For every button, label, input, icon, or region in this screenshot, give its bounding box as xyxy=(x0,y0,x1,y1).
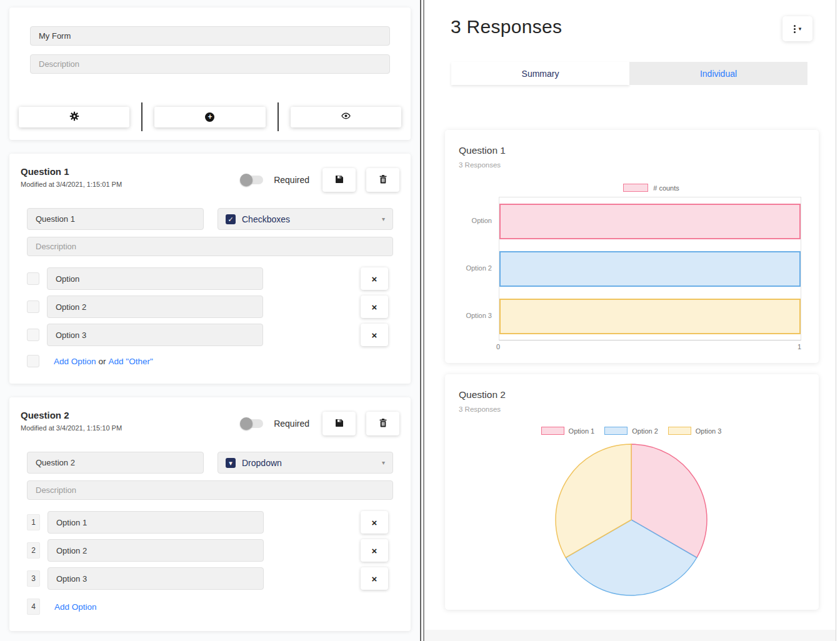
option-input[interactable] xyxy=(48,567,264,590)
option-row: 2 × xyxy=(27,539,393,562)
remove-option-button[interactable]: × xyxy=(361,539,388,562)
question-type-label: Dropdown xyxy=(242,458,376,468)
question-title-input[interactable] xyxy=(27,452,204,474)
option-row: × xyxy=(27,267,393,290)
bar xyxy=(499,251,801,287)
question-card-2: Question 2 Modified at 3/4/2021, 1:15:10… xyxy=(9,397,411,631)
required-label: Required xyxy=(274,175,309,185)
pie-legend-swatch xyxy=(541,427,564,435)
save-question-button[interactable] xyxy=(322,412,356,435)
question-type-select[interactable]: ▾ Dropdown ▾ xyxy=(218,452,393,474)
question-heading: Question 1 xyxy=(21,166,242,177)
question-title-input[interactable] xyxy=(27,208,204,230)
pie-chart-legend: Option 1 Option 2 Option 3 xyxy=(459,427,804,435)
responses-title: 3 Responses xyxy=(451,16,562,37)
pie-legend-swatch xyxy=(668,427,691,435)
toggle-knob xyxy=(240,174,252,186)
summary-card-question-1: Question 1 3 Responses # counts Option O… xyxy=(445,130,819,363)
remove-option-button[interactable]: × xyxy=(361,567,388,590)
plus-circle-icon: + xyxy=(205,112,214,122)
option-checkbox[interactable] xyxy=(27,329,39,341)
required-toggle[interactable] xyxy=(242,176,263,184)
responses-tabs: Summary Individual xyxy=(451,62,808,85)
required-toggle[interactable] xyxy=(242,419,263,428)
option-input[interactable] xyxy=(48,539,264,562)
option-row: × xyxy=(27,324,393,346)
remove-option-button[interactable]: × xyxy=(361,324,388,346)
bar-chart-legend: # counts xyxy=(499,184,804,192)
question-description-input[interactable] xyxy=(27,237,393,256)
summary-question-title: Question 2 xyxy=(459,389,804,400)
remove-option-button[interactable]: × xyxy=(361,511,388,534)
kebab-icon xyxy=(794,25,796,33)
pie-legend-label: Option 2 xyxy=(632,427,658,435)
toggle-knob xyxy=(240,417,252,430)
pie-legend-swatch xyxy=(604,427,628,435)
x-axis-tick: 1 xyxy=(798,343,801,350)
option-number: 3 xyxy=(27,570,40,587)
x-axis-tick: 0 xyxy=(496,343,500,350)
pane-divider[interactable] xyxy=(420,0,424,641)
add-option-link[interactable]: Add Option xyxy=(54,602,97,612)
chevron-down-icon: ▾ xyxy=(799,26,802,32)
summary-response-count: 3 Responses xyxy=(459,161,804,169)
checkboxes-type-icon: ✓ xyxy=(226,214,236,224)
delete-question-button[interactable] xyxy=(366,412,399,435)
gear-icon xyxy=(69,111,79,123)
question-modified-timestamp: Modified at 3/4/2021, 1:15:10 PM xyxy=(21,424,242,432)
pie-chart xyxy=(554,442,709,597)
form-toolbar: + xyxy=(19,102,401,131)
option-input[interactable] xyxy=(47,296,263,318)
dropdown-type-icon: ▾ xyxy=(226,458,236,468)
pie-legend-label: Option 3 xyxy=(696,427,722,435)
pane-footer xyxy=(424,630,836,641)
question-type-label: Checkboxes xyxy=(242,214,376,224)
bar-legend-swatch xyxy=(623,184,648,192)
question-type-select[interactable]: ✓ Checkboxes ▾ xyxy=(218,208,393,230)
trash-icon xyxy=(378,174,388,186)
remove-option-button[interactable]: × xyxy=(361,267,388,290)
option-row: 3 × xyxy=(27,567,393,590)
tab-summary[interactable]: Summary xyxy=(451,62,629,85)
y-axis-label: Option xyxy=(459,197,499,244)
question-heading: Question 2 xyxy=(21,410,242,420)
summary-response-count: 3 Responses xyxy=(459,405,804,413)
option-number: 4 xyxy=(27,599,40,615)
option-row: × xyxy=(27,296,393,318)
option-input[interactable] xyxy=(47,324,263,346)
add-question-button[interactable]: + xyxy=(154,107,265,127)
settings-button[interactable] xyxy=(19,107,129,127)
pie-legend-label: Option 1 xyxy=(569,427,595,435)
more-menu-button[interactable]: ▾ xyxy=(782,16,812,41)
option-checkbox xyxy=(27,355,39,367)
add-other-link[interactable]: Add "Other" xyxy=(109,357,153,366)
option-input[interactable] xyxy=(48,511,264,534)
y-axis-label: Option 3 xyxy=(459,292,499,339)
bar xyxy=(499,204,801,239)
preview-button[interactable] xyxy=(291,107,401,127)
add-option-link[interactable]: Add Option xyxy=(54,357,96,366)
eye-icon xyxy=(341,111,351,122)
form-description-input[interactable] xyxy=(30,54,390,74)
option-input[interactable] xyxy=(47,267,263,290)
toolbar-divider xyxy=(141,102,142,131)
remove-option-button[interactable]: × xyxy=(361,296,388,318)
chevron-down-icon: ▾ xyxy=(382,459,385,466)
required-label: Required xyxy=(274,419,309,429)
question-description-input[interactable] xyxy=(27,480,393,500)
tab-individual[interactable]: Individual xyxy=(629,62,808,85)
summary-card-question-2: Question 2 3 Responses Option 1 Option 2… xyxy=(445,374,819,610)
window-edge xyxy=(836,0,840,641)
form-settings-card: + xyxy=(9,7,411,140)
option-checkbox[interactable] xyxy=(27,301,39,313)
x-axis: 0 1 xyxy=(496,343,801,350)
form-title-input[interactable] xyxy=(30,26,390,46)
chevron-down-icon: ▾ xyxy=(382,216,385,222)
option-checkbox[interactable] xyxy=(27,272,39,285)
option-row: 1 × xyxy=(27,511,393,534)
y-axis-label: Option 2 xyxy=(459,244,499,292)
delete-question-button[interactable] xyxy=(366,168,399,192)
save-question-button[interactable] xyxy=(322,168,356,192)
save-icon xyxy=(334,174,344,186)
option-number: 2 xyxy=(27,542,40,559)
